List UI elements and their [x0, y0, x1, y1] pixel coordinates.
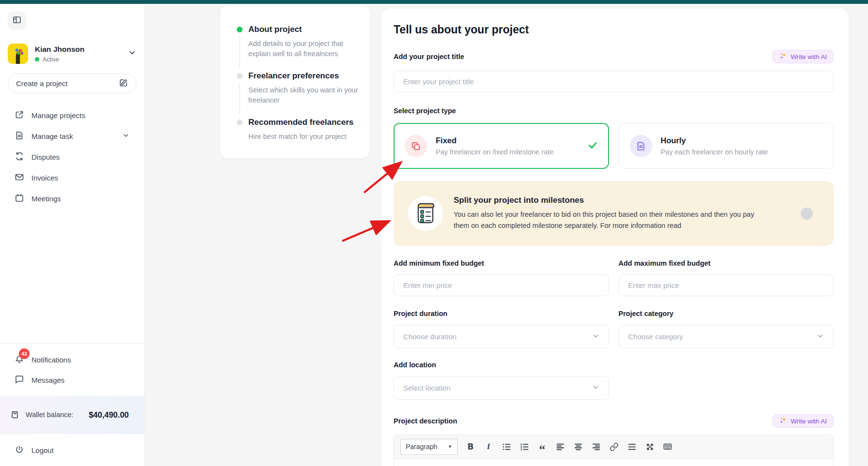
external-link-icon — [15, 110, 24, 121]
sidebar-collapse-button[interactable] — [8, 12, 26, 30]
step-title: Freelancer preferences — [248, 71, 370, 81]
file-purple-icon — [630, 135, 652, 157]
notifications-label: Notifications — [31, 356, 71, 364]
write-with-ai-button[interactable]: Write with AI — [773, 50, 834, 63]
sidebar-item-notifications[interactable]: 43 Notifications — [8, 349, 137, 370]
chevron-down-icon — [122, 132, 130, 141]
project-form-panel: Tell us about your project Add your proj… — [381, 9, 849, 466]
logout-label: Logout — [31, 446, 54, 454]
milestones-description: You can also let your freelancer to bid … — [454, 209, 756, 231]
blockquote-button[interactable]: “ — [537, 442, 547, 451]
fullscreen-button[interactable] — [645, 442, 655, 451]
min-budget-label: Add minimum fixed budget — [394, 259, 609, 267]
align-right-button[interactable] — [591, 442, 601, 451]
create-project-stepper: About project Add details to your projec… — [220, 5, 370, 158]
chevron-down-icon[interactable] — [128, 48, 137, 59]
step-connector — [239, 83, 240, 115]
step-about-project[interactable]: About project Add details to your projec… — [237, 25, 370, 71]
power-icon — [15, 445, 24, 456]
sidebar-item-disputes[interactable]: Disputes — [8, 147, 137, 167]
type-name: Fixed — [436, 136, 553, 145]
location-select[interactable]: Select location — [394, 376, 609, 400]
duration-placeholder: Choose duration — [403, 332, 457, 341]
sidebar-item-meetings[interactable]: Meetings — [8, 188, 137, 209]
sidebar-item-label: Manage projects — [31, 111, 85, 120]
write-with-ai-label: Write with AI — [791, 53, 827, 60]
sidebar-nav: Manage projects Manage task Disputes Inv… — [0, 105, 144, 209]
paragraph-style-select[interactable]: Paragraph ▼ — [400, 439, 457, 455]
max-budget-input[interactable] — [619, 274, 834, 296]
min-budget-input[interactable] — [394, 274, 609, 296]
notifications-badge: 43 — [19, 348, 30, 359]
chat-icon — [15, 375, 24, 386]
project-type-fixed-card[interactable]: Fixed Pay freelancer on fixed milestone … — [394, 123, 609, 169]
sidebar-item-label: Meetings — [31, 195, 61, 203]
paragraph-style-value: Paragraph — [406, 443, 437, 451]
panel-layout-icon — [12, 15, 22, 27]
project-title-label: Add your project title — [394, 53, 464, 60]
file-icon — [15, 131, 24, 142]
project-title-input[interactable] — [394, 71, 834, 92]
sidebar-item-invoices[interactable]: Invoices — [8, 167, 137, 188]
checklist-illustration — [408, 196, 443, 231]
milestones-callout: Split your project into milestones You c… — [394, 181, 834, 246]
wallet-balance-section: Wallet balance: $40,490.00 — [0, 396, 144, 434]
chevron-down-icon — [592, 332, 599, 341]
page-break-button[interactable] — [627, 442, 637, 451]
user-profile[interactable]: Kian Jhonson Active — [8, 44, 137, 64]
editor-toolbar: Paragraph ▼ B I “ — [394, 435, 833, 459]
description-editor: Paragraph ▼ B I “ — [394, 435, 834, 466]
create-project-label: Create a project — [16, 79, 68, 88]
link-button[interactable] — [609, 442, 619, 451]
page-title: Tell us about your project — [394, 23, 834, 36]
step-recommended-freelancers[interactable]: Recommended freelancers Hire best match … — [237, 118, 370, 164]
sidebar-item-label: Disputes — [31, 153, 60, 161]
status-dot — [35, 57, 39, 61]
max-budget-label: Add maximum fixed budget — [619, 259, 834, 267]
location-label: Add location — [394, 361, 834, 369]
messages-label: Messages — [31, 376, 64, 384]
sidebar-item-manage-task[interactable]: Manage task — [8, 126, 137, 147]
sidebar-item-manage-projects[interactable]: Manage projects — [8, 105, 137, 126]
category-select[interactable]: Choose category — [619, 325, 834, 348]
description-editor-body[interactable] — [394, 459, 833, 466]
table-button[interactable] — [663, 442, 672, 451]
type-description: Pay freelancer on fixed milestone rate — [436, 148, 553, 156]
top-accent-bar — [0, 0, 868, 4]
chevron-down-icon — [817, 332, 824, 341]
description-label: Project description — [394, 417, 457, 425]
sidebar-item-messages[interactable]: Messages — [8, 370, 137, 390]
project-type-hourly-card[interactable]: Hourly Pay each freelancer on hourly rat… — [619, 123, 834, 169]
align-left-button[interactable] — [555, 442, 565, 451]
type-description: Pay each freelancer on hourly rate — [661, 148, 768, 156]
logout-button[interactable]: Logout — [0, 434, 144, 466]
italic-button[interactable]: I — [484, 442, 493, 451]
step-dot — [237, 73, 243, 79]
write-with-ai-label: Write with AI — [791, 418, 827, 425]
avatar — [8, 44, 28, 64]
calendar-icon — [15, 193, 24, 204]
bold-button[interactable]: B — [466, 442, 475, 451]
align-center-button[interactable] — [573, 442, 583, 451]
milestones-toggle[interactable] — [802, 209, 821, 219]
type-name: Hourly — [661, 136, 768, 145]
refresh-icon — [15, 151, 24, 163]
sidebar-item-label: Manage task — [31, 132, 73, 140]
sidebar: Kian Jhonson Active Create a project Man… — [0, 4, 145, 466]
project-type-label: Select project type — [394, 107, 834, 115]
milestones-title: Split your project into milestones — [454, 195, 756, 205]
step-title: About project — [248, 25, 370, 34]
category-placeholder: Choose category — [628, 332, 683, 341]
create-project-button[interactable]: Create a project — [8, 74, 137, 93]
bullet-list-button[interactable] — [502, 442, 511, 451]
wallet-bag-icon — [10, 409, 20, 421]
step-dot-active — [237, 27, 243, 32]
step-description: Select which skills you want in your fre… — [248, 85, 359, 105]
write-with-ai-button[interactable]: Write with AI — [773, 414, 834, 428]
sidebar-item-label: Invoices — [31, 174, 58, 182]
step-freelancer-preferences[interactable]: Freelancer preferences Select which skil… — [237, 71, 370, 118]
step-description: Hire best match for your project — [248, 132, 359, 142]
numbered-list-button[interactable] — [519, 442, 529, 451]
duration-select[interactable]: Choose duration — [394, 325, 609, 348]
sparkles-icon — [779, 52, 787, 61]
